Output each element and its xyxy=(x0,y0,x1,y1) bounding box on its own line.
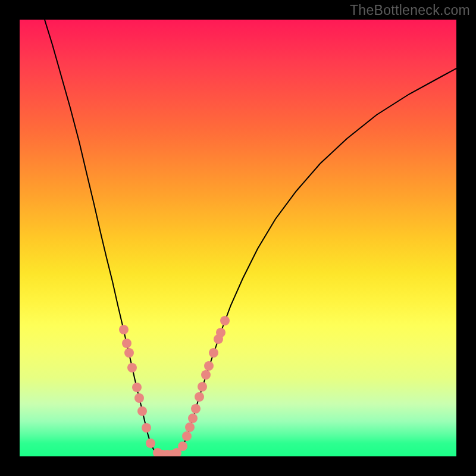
marker-group xyxy=(119,316,230,456)
data-marker xyxy=(209,348,218,358)
curve-left-branch xyxy=(45,20,167,455)
data-marker xyxy=(178,441,187,451)
data-marker xyxy=(220,316,230,325)
data-marker xyxy=(216,328,226,337)
data-marker xyxy=(119,325,129,334)
plot-area xyxy=(20,20,456,456)
data-marker xyxy=(182,431,192,441)
data-marker xyxy=(127,363,137,372)
watermark-text: TheBottleneck.com xyxy=(350,2,470,18)
data-marker xyxy=(185,422,195,432)
data-marker xyxy=(201,370,211,380)
data-marker xyxy=(188,414,198,423)
data-marker xyxy=(137,406,147,416)
data-marker xyxy=(124,348,134,358)
data-marker xyxy=(204,361,214,371)
data-marker xyxy=(198,382,207,392)
data-marker xyxy=(132,383,142,392)
data-marker xyxy=(134,393,144,403)
plot-svg xyxy=(20,20,456,456)
curve-right-branch xyxy=(167,68,456,455)
data-marker xyxy=(122,339,131,348)
data-marker xyxy=(146,439,155,448)
data-marker xyxy=(142,423,151,433)
data-marker xyxy=(195,392,204,402)
chart-frame: TheBottleneck.com xyxy=(0,0,476,476)
data-marker xyxy=(191,404,201,414)
